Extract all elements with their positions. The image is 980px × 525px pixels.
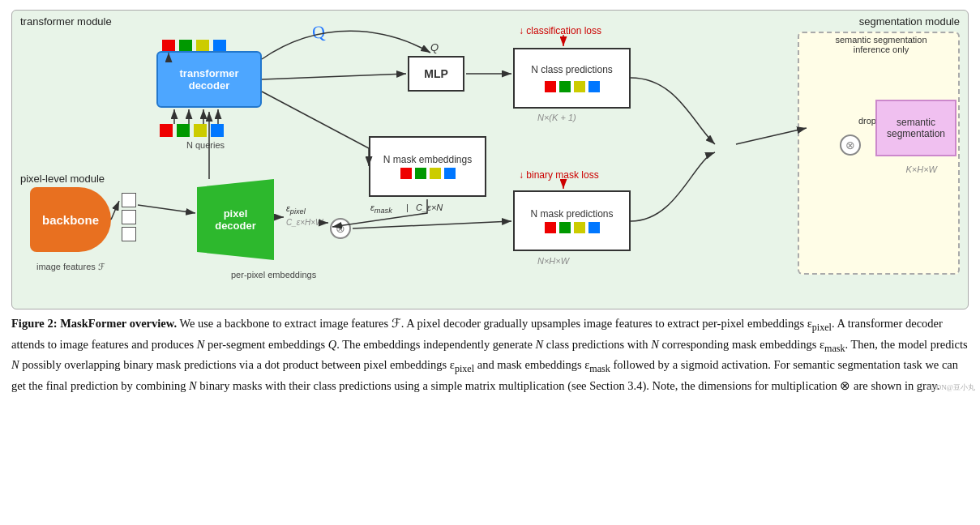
query-box-yellow [194,124,207,137]
transformer-decoder-label: transformerdecoder [180,67,239,92]
svg-line-7 [353,221,511,228]
mes-blue [444,168,456,179]
nxhw-label: N×H×W [537,256,569,266]
mask-embed-squares [400,168,456,179]
eps-mask-label: εmask [370,203,392,215]
mes-red [400,168,412,179]
mask-embeddings-box: N mask embeddings [369,136,486,197]
feat-rect-2 [122,210,136,224]
watermark: CSDN@豆小丸 [927,382,975,393]
class-predictions-box: N class predictions [513,48,631,109]
sem-seg-label: semanticsegmentation [887,117,945,139]
svg-line-5 [262,74,406,79]
n-queries-label: N queries [186,140,225,150]
seg-module-label: segmentation module [859,15,960,28]
caption: Figure 2: MaskFormer overview. We use a … [11,314,969,395]
cps-red [545,81,556,92]
mps-red [545,222,556,233]
nxk-label: N×(K + 1) [537,113,576,122]
class-pred-title: N class predictions [531,64,613,75]
feature-rects [122,193,136,241]
diagram-container: transformer module pixel-level module se… [11,10,969,309]
pixel-decoder-box: pixeldecoder [197,179,274,260]
otimes-seg-module: ⊗ [840,134,861,156]
feat-rect-3 [122,227,136,241]
mask-pred-title: N mask predictions [530,208,613,220]
transformer-module-label: transformer module [20,15,112,28]
per-pixel-label: per-pixel embeddings [231,270,316,280]
mask-predictions-box: N mask predictions [513,190,631,251]
mps-blue [588,222,600,233]
eps-pixel-label: εpixel [286,203,306,216]
mask-pred-squares [545,222,600,233]
cps-blue [588,81,600,92]
figure-label: Figure 2: MaskFormer overview. [11,317,177,330]
backbone-box: backbone [30,187,111,252]
pixel-level-module-label: pixel-level module [20,173,105,185]
binary-mask-loss-label: ↓ binary mask loss [519,169,599,181]
query-box-blue [211,124,224,137]
svg-line-11 [736,128,807,144]
mps-green [559,222,571,233]
transformer-decoder-box: transformerdecoder [156,51,262,108]
pixel-decoder-label: pixeldecoder [215,207,256,232]
svg-line-2 [111,201,119,220]
ce-hxw-label: C_ε×H×W [286,218,323,227]
mps-yellow [574,222,585,233]
q-handwritten: Q [311,21,326,43]
seg-inference-label: semantic segmentationinference only [804,35,958,54]
svg-line-3 [138,205,195,213]
backbone-label: backbone [42,213,99,227]
feat-rect-1 [122,193,136,207]
classification-loss-label: ↓ classification loss [519,25,601,36]
otimes-dot-product: ⊗ [330,218,351,239]
semantic-segmentation-box: semanticsegmentation [875,100,956,156]
mlp-label: MLP [424,67,448,80]
mes-yellow [430,168,441,179]
img-features-label: image features ℱ [36,262,105,272]
q-above-mlp-label: Q [430,41,439,53]
kxhw-label: K×H×W [905,164,937,174]
mes-green [415,168,426,179]
mlp-box: MLP [408,56,464,92]
query-box-green [177,124,190,137]
ce-n-label: C_ε×N [416,203,443,212]
class-pred-squares [545,81,600,92]
cps-green [559,81,571,92]
pipe-sep: | [406,203,409,212]
cps-yellow [574,81,585,92]
query-boxes [160,124,224,137]
mask-embed-title: N mask embeddings [383,154,472,165]
query-box-red [160,124,173,137]
